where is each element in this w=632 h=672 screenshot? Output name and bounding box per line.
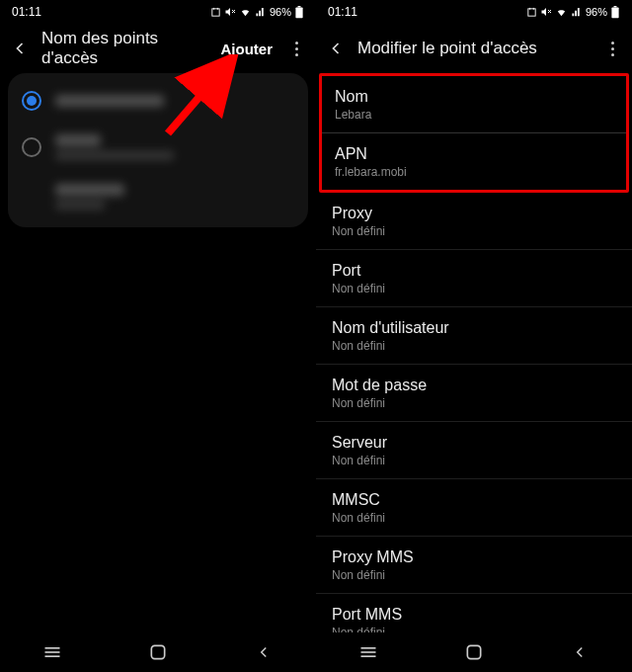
setting-row-port[interactable]: Port Non défini — [316, 250, 632, 307]
setting-label: Port MMS — [332, 606, 616, 624]
screenshot-icon — [210, 7, 221, 18]
setting-label: Nom d'utilisateur — [332, 319, 616, 337]
home-button[interactable] — [460, 641, 488, 663]
setting-value: fr.lebara.mobi — [335, 165, 610, 179]
status-icons: 96% — [526, 6, 620, 19]
setting-row-server[interactable]: Serveur Non défini — [316, 422, 632, 479]
home-button[interactable] — [144, 641, 172, 663]
apn-item[interactable] — [8, 79, 308, 123]
nav-bar — [0, 632, 316, 672]
svg-rect-4 — [298, 6, 301, 7]
setting-row-username[interactable]: Nom d'utilisateur Non défini — [316, 307, 632, 365]
back-button[interactable] — [8, 37, 32, 60]
setting-value: Non défini — [332, 454, 616, 467]
battery-icon — [610, 6, 620, 19]
svg-rect-0 — [212, 8, 219, 15]
nav-bar — [316, 632, 632, 672]
back-button[interactable] — [324, 37, 348, 60]
radio-icon[interactable] — [22, 137, 41, 157]
setting-value: Non défini — [332, 339, 616, 353]
setting-value: Non défini — [332, 224, 616, 238]
status-time: 01:11 — [328, 5, 357, 19]
setting-value: Non défini — [332, 396, 616, 410]
setting-value: Lebara — [335, 108, 610, 122]
setting-label: Nom — [335, 88, 610, 106]
nav-back-button[interactable] — [250, 641, 277, 663]
blurred-apn-label — [55, 184, 124, 210]
apn-item[interactable] — [8, 172, 308, 221]
more-button[interactable] — [600, 37, 624, 60]
nav-back-button[interactable] — [566, 641, 593, 663]
setting-value: Non défini — [332, 568, 616, 582]
phone-left: 01:11 96% Nom des points d'accès Ajouter — [0, 0, 316, 672]
signal-icon — [255, 7, 267, 18]
wifi-icon — [239, 7, 252, 18]
setting-row-apn[interactable]: APN fr.lebara.mobi — [322, 133, 626, 190]
recents-button[interactable] — [39, 641, 66, 663]
status-icons: 96% — [210, 6, 304, 19]
setting-label: Serveur — [332, 434, 616, 452]
setting-value: Non défini — [332, 282, 616, 295]
setting-row-nom[interactable]: Nom Lebara — [322, 76, 626, 133]
svg-rect-8 — [151, 645, 164, 658]
svg-rect-3 — [295, 7, 302, 18]
page-title: Modifier le point d'accès — [357, 39, 591, 58]
setting-label: Proxy — [332, 205, 616, 222]
phone-right: 01:11 96% Modifier le point d'accès Nom … — [316, 0, 632, 672]
setting-row-password[interactable]: Mot de passe Non défini — [316, 365, 632, 422]
status-bar: 01:11 96% — [316, 0, 632, 24]
setting-label: MMSC — [332, 491, 616, 509]
radio-selected-icon[interactable] — [22, 91, 41, 111]
wifi-icon — [555, 7, 568, 18]
battery-icon — [294, 6, 304, 19]
svg-rect-19 — [467, 645, 480, 658]
setting-label: Mot de passe — [332, 377, 616, 394]
mute-icon — [224, 6, 236, 18]
apn-card — [8, 73, 308, 227]
mute-icon — [540, 6, 552, 18]
setting-value: Non défini — [332, 511, 616, 525]
app-bar: Nom des points d'accès Ajouter — [0, 24, 316, 73]
status-time: 01:11 — [12, 5, 41, 19]
settings-list: Nom Lebara APN fr.lebara.mobi Proxy Non … — [316, 73, 632, 632]
recents-button[interactable] — [355, 641, 382, 663]
app-bar: Modifier le point d'accès — [316, 24, 632, 73]
setting-row-proxy-mms[interactable]: Proxy MMS Non défini — [316, 537, 632, 594]
more-button[interactable] — [284, 37, 308, 60]
setting-label: Proxy MMS — [332, 548, 616, 566]
screenshot-icon — [526, 7, 537, 18]
battery-percent: 96% — [586, 6, 607, 18]
svg-rect-14 — [611, 7, 618, 18]
setting-row-proxy[interactable]: Proxy Non défini — [316, 193, 632, 250]
signal-icon — [571, 7, 583, 18]
battery-percent: 96% — [270, 6, 291, 18]
setting-label: Port — [332, 262, 616, 280]
status-bar: 01:11 96% — [0, 0, 316, 24]
page-title: Nom des points d'accès — [41, 29, 209, 68]
apn-list — [0, 73, 316, 632]
apn-item[interactable] — [8, 123, 308, 172]
blurred-apn-label — [55, 95, 164, 107]
svg-rect-11 — [528, 8, 535, 15]
setting-value: Non défini — [332, 626, 616, 632]
add-button[interactable]: Ajouter — [219, 37, 276, 61]
setting-label: APN — [335, 145, 610, 163]
setting-row-mmsc[interactable]: MMSC Non défini — [316, 479, 632, 537]
blurred-apn-label — [55, 134, 174, 160]
highlighted-group: Nom Lebara APN fr.lebara.mobi — [319, 73, 629, 193]
setting-row-port-mms[interactable]: Port MMS Non défini — [316, 594, 632, 632]
svg-rect-15 — [614, 6, 617, 7]
